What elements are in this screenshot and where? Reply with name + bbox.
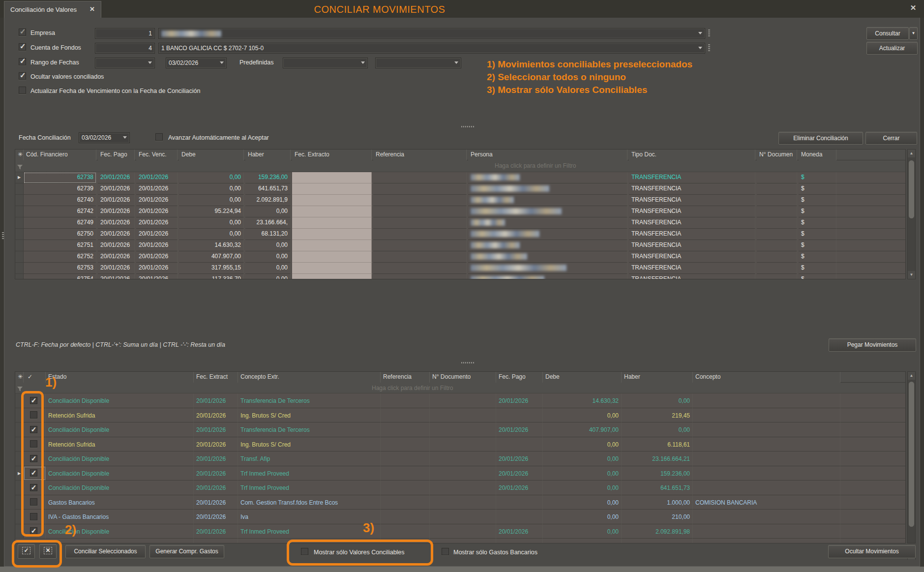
grid-cell[interactable]: 0,00 [543,452,622,466]
table-row[interactable]: Retención Sufrida20/01/2026Ing. Brutos S… [15,408,906,423]
grid-cell[interactable] [292,217,372,229]
grid-cell[interactable]: TRANSFERENCIA [629,274,755,279]
row-indicator[interactable] [15,217,24,229]
grid-cell[interactable]: 0,00 [245,274,291,279]
column-header[interactable]: Debe [543,372,622,383]
grid-cell[interactable] [468,183,627,195]
grid-cell[interactable]: 20/01/2026 [136,229,178,240]
grid-cell[interactable] [373,251,467,263]
grid-cell[interactable]: Conciliación Disponible [46,452,194,466]
grid-cell[interactable] [757,251,797,263]
column-header[interactable]: Fec. Pago [98,150,135,160]
grid-cell[interactable]: 20/01/2026 [496,524,543,539]
grid-cell[interactable]: 62753 [24,263,96,274]
table-row[interactable]: ✓Conciliación Disponible20/01/2026Transf… [15,422,906,437]
grid-cell[interactable]: 20/01/2026 [496,393,543,408]
chevron-down-icon[interactable] [361,61,365,64]
grid-cell[interactable] [373,172,467,183]
table-row[interactable]: 6274220/01/202620/01/202695.224,940,00TR… [15,206,906,217]
grid-cell[interactable]: 20/01/2026 [98,240,135,251]
grid-cell[interactable]: TRANSFERENCIA [629,251,755,263]
grid-cell[interactable]: TRANSFERENCIA [629,172,755,183]
grid-cell[interactable]: 0,00 [179,183,244,195]
grid-cell[interactable] [381,524,430,539]
cuenta-checkbox[interactable]: ✓ [19,43,26,51]
grid-cell[interactable]: 20/01/2026 [136,240,178,251]
grid-cell[interactable]: 20/01/2026 [98,229,135,240]
column-header[interactable]: Moneda [799,150,836,160]
grid-cell[interactable]: Retención Sufrida [46,408,194,423]
grid-cell[interactable]: 95.224,94 [179,206,244,217]
grid-cell[interactable]: TRANSFERENCIA [629,206,755,217]
empresa-checkbox[interactable]: ✓ [19,29,26,36]
chevron-down-icon[interactable] [698,32,702,34]
grid-cell[interactable] [757,240,797,251]
grid-cell[interactable] [757,229,797,240]
grid-cell[interactable]: 20/01/2026 [194,393,238,408]
grid-cell[interactable]: 20/01/2026 [496,452,543,466]
grid-cell[interactable] [757,195,797,206]
column-header[interactable]: Estado [46,372,194,383]
eliminar-conciliacion-button[interactable]: Eliminar Conciliación [778,132,863,145]
grid-cell[interactable]: $ [799,195,836,206]
grid-cell[interactable]: Conciliación Disponible [46,481,194,495]
grid-cell[interactable] [292,206,372,217]
generar-compr-gastos-button[interactable]: Generar Compr. Gastos [149,545,224,558]
grid-cell[interactable] [430,466,496,481]
grid-cell[interactable]: Gastos Bancarios [46,495,194,510]
scrollbar-thumb[interactable] [909,382,914,527]
row-indicator[interactable] [15,183,24,195]
grid-cell[interactable]: 20/01/2026 [194,437,238,452]
filter-row[interactable]: Haga click para definir un Filtro [15,160,905,172]
grid-cell[interactable]: $ [799,240,836,251]
grid-cell[interactable]: 20/01/2026 [98,172,135,183]
check-column-header[interactable]: ✓ [24,372,46,383]
grid-cell[interactable] [381,510,430,524]
grid-cell[interactable] [430,437,496,452]
table-row[interactable]: Retención Sufrida20/01/2026Ing. Brutos S… [15,437,906,452]
grid-cell[interactable] [693,481,840,495]
grid-cell[interactable]: 20/01/2026 [194,495,238,510]
column-header[interactable]: Concepto [693,372,840,383]
grid-cell[interactable]: 1.000,00 [622,495,693,510]
grid-cell[interactable]: COMISION BANCARIA [693,495,840,510]
grid-cell[interactable]: 0,00 [543,481,622,495]
grid-cell[interactable] [381,481,430,495]
grid-cell[interactable] [430,408,496,423]
grid-cell[interactable] [496,495,543,510]
row-indicator[interactable] [15,195,24,206]
grid-cell[interactable]: 641.651,73 [622,481,693,495]
column-header[interactable]: Fec. Extracto [292,150,372,160]
grip-handle[interactable] [708,44,710,52]
grid-cell[interactable]: 20/01/2026 [136,183,178,195]
grid-cell[interactable]: 62749 [24,217,96,229]
grid-cell[interactable]: $ [799,263,836,274]
scroll-up-icon[interactable]: ▲ [908,372,915,380]
table-row[interactable]: 6273920/01/202620/01/20260,00641.651,73T… [15,183,906,195]
grid-cell[interactable]: 62739 [24,183,96,195]
grid-cell[interactable]: 20/01/2026 [136,251,178,263]
grid-cell[interactable]: 0,00 [622,393,693,408]
grid-cell[interactable]: 62751 [24,240,96,251]
table-row[interactable]: 6275020/01/202620/01/20260,0068.131,20TR… [15,229,906,240]
grid-cell[interactable]: 20/01/2026 [194,524,238,539]
grid-cell[interactable] [430,510,496,524]
ocultar-conciliados-checkbox[interactable]: ✓ [19,72,26,80]
chevron-down-icon[interactable] [148,61,152,64]
grid-cell[interactable] [693,393,840,408]
avanzar-checkbox[interactable] [155,133,163,141]
grid-cell[interactable]: 20/01/2026 [496,466,543,481]
actualizar-vencimiento-checkbox[interactable] [19,87,26,94]
grid-cell[interactable]: 210,00 [622,510,693,524]
chevron-down-icon[interactable] [698,47,702,49]
predefinidas-combo-1[interactable] [283,58,368,68]
scroll-down-icon[interactable]: ▼ [908,271,915,279]
column-header[interactable]: N° Documento [430,372,496,383]
row-indicator[interactable] [15,229,24,240]
upper-scrollbar[interactable]: ▲ ▼ [907,149,916,279]
grid-cell[interactable]: 2.092.891,98 [622,524,693,539]
grid-cell[interactable] [373,263,467,274]
grid-cell[interactable]: 23.166.664,21 [622,452,693,466]
chevron-down-icon[interactable] [454,61,458,64]
grid-cell[interactable]: 407.907,00 [543,422,622,437]
